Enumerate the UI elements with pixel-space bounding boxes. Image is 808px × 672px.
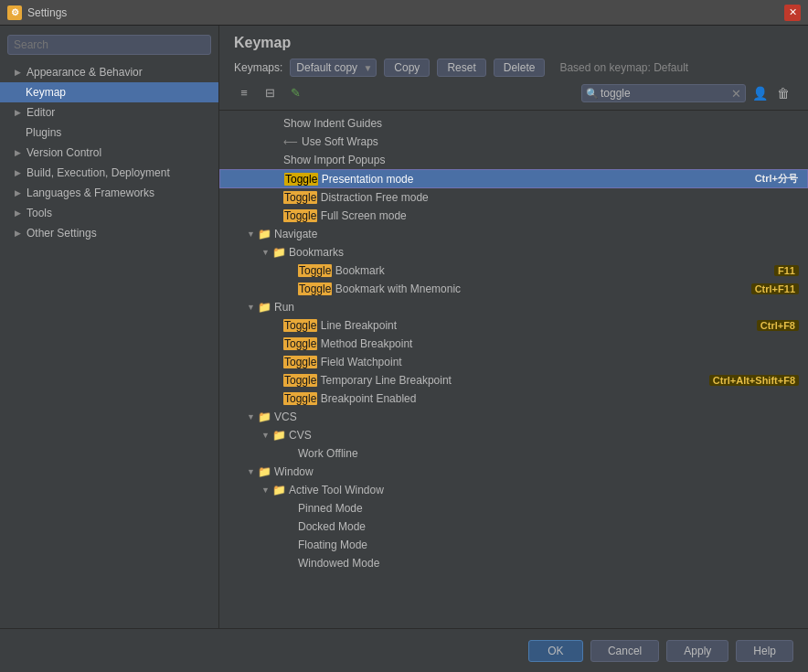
tree-row[interactable]: Toggle Bookmark F11 (219, 261, 808, 280)
tree-item-label: Windowed Mode (298, 557, 799, 570)
tree-row-navigate[interactable]: ▼ 📁 Navigate (219, 225, 808, 243)
tree-row[interactable]: Toggle Method Breakpoint (219, 335, 808, 353)
tree-row[interactable]: Toggle Bookmark with Mnemonic Ctrl+F11 (219, 280, 808, 298)
sidebar-item-build[interactable]: ▶ Build, Execution, Deployment (0, 163, 218, 183)
arrow-icon: ▶ (15, 208, 21, 218)
tree-item-label: Use Soft Wraps (302, 135, 799, 148)
chevron-down-icon: ▼ (261, 248, 271, 257)
tree-item-label: Show Import Popups (283, 154, 799, 166)
tree-row[interactable]: Floating Mode (219, 536, 808, 554)
highlight-toggle: Toggle (283, 319, 317, 332)
sidebar-item-plugins[interactable]: Plugins (0, 123, 218, 143)
search-input[interactable] (581, 84, 746, 102)
folder-icon: 📁 (258, 301, 271, 314)
tree-row[interactable]: Toggle Distraction Free mode (219, 188, 808, 207)
tree-item-label: Window (274, 465, 799, 478)
tree-row[interactable]: Docked Mode (219, 517, 808, 536)
trash-icon[interactable]: 🗑 (773, 83, 793, 103)
highlight-toggle: Toggle (283, 337, 317, 350)
tree-item-label: VCS (274, 411, 799, 423)
ok-button[interactable]: OK (528, 640, 583, 662)
tree-row[interactable]: Toggle Full Screen mode (219, 207, 808, 225)
tree-row[interactable]: Windowed Mode (219, 554, 808, 572)
sidebar-item-tools[interactable]: ▶ Tools (0, 203, 218, 223)
keymaps-label: Keymaps: (234, 61, 282, 74)
tree-item-label: Toggle Bookmark (298, 264, 774, 277)
cancel-button[interactable]: Cancel (590, 640, 659, 662)
sidebar-item-version-control[interactable]: ▶ Version Control (0, 143, 218, 163)
chevron-down-icon: ▼ (247, 467, 256, 476)
tree-item-label: Pinned Mode (298, 502, 799, 515)
chevron-down-icon: ▼ (261, 431, 271, 440)
app-icon: ⚙ (7, 5, 22, 20)
tree-item-label: Toggle Line Breakpoint (283, 319, 757, 332)
sidebar-item-label: Version Control (27, 146, 101, 159)
arrow-icon: ▶ (15, 188, 21, 197)
tree-row-work-offline[interactable]: Work Offline (219, 444, 808, 463)
reset-button[interactable]: Reset (437, 59, 485, 77)
chevron-down-icon: ▼ (247, 412, 256, 421)
shortcut-badge: Ctrl+F11 (751, 283, 799, 294)
help-button[interactable]: Help (736, 640, 793, 662)
highlight-toggle: Toggle (298, 283, 332, 295)
close-button[interactable]: ✕ (784, 5, 801, 21)
tree-row[interactable]: Pinned Mode (219, 499, 808, 517)
tree-item-label: Floating Mode (298, 539, 799, 551)
tree-row-toggle-presentation[interactable]: Toggle Presentation mode Ctrl+分号 (219, 169, 808, 188)
content-area: Keymap Keymaps: Default copy ▼ Copy Rese… (219, 26, 808, 628)
tree-item-label: Run (274, 301, 799, 314)
keymap-tree[interactable]: Show Indent Guides ⟵ Use Soft Wraps Show… (219, 111, 808, 628)
tree-row-bookmarks[interactable]: ▼ 📁 Bookmarks (219, 243, 808, 261)
title-bar: ⚙ Settings ✕ (0, 0, 808, 26)
tree-item-label: Bookmarks (289, 246, 799, 259)
tree-row-run[interactable]: ▼ 📁 Run (219, 298, 808, 316)
tree-row-cvs[interactable]: ▼ 📁 CVS (219, 426, 808, 444)
sidebar-item-label: Languages & Frameworks (27, 187, 154, 199)
tree-row[interactable]: Toggle Field Watchpoint (219, 353, 808, 371)
sidebar-item-label: Other Settings (27, 227, 97, 240)
copy-button[interactable]: Copy (384, 59, 430, 77)
tree-row-active-tool-window[interactable]: ▼ 📁 Active Tool Window (219, 481, 808, 499)
sidebar-search-input[interactable] (7, 35, 211, 55)
tree-row[interactable]: Toggle Line Breakpoint Ctrl+F8 (219, 316, 808, 335)
folder-icon: 📁 (258, 465, 271, 478)
apply-button[interactable]: Apply (666, 640, 728, 662)
sidebar-item-other-settings[interactable]: ▶ Other Settings (0, 223, 218, 243)
bottom-bar: OK Cancel Apply Help (0, 628, 808, 672)
keymap-toolbar: Keymaps: Default copy ▼ Copy Reset Delet… (234, 59, 793, 77)
highlight-toggle: Toggle (283, 209, 317, 222)
window-title: Settings (27, 6, 779, 19)
tree-row[interactable]: Show Import Popups (219, 151, 808, 169)
sidebar-item-label: Build, Execution, Deployment (27, 166, 170, 179)
tree-row[interactable]: ⟵ Use Soft Wraps (219, 133, 808, 151)
sidebar-item-editor[interactable]: ▶ Editor (0, 102, 218, 123)
collapse-all-icon[interactable]: ⊟ (260, 82, 280, 102)
folder-icon: 📁 (258, 228, 271, 240)
tree-row[interactable]: Toggle Temporary Line Breakpoint Ctrl+Al… (219, 371, 808, 389)
user-icon[interactable]: 👤 (750, 83, 770, 103)
delete-button[interactable]: Delete (494, 59, 546, 77)
folder-icon: 📁 (272, 429, 286, 442)
page-title: Keymap (234, 35, 793, 51)
add-shortcut-icon[interactable]: ✎ (285, 82, 305, 102)
folder-icon: 📁 (272, 484, 286, 496)
keymap-select-wrapper[interactable]: Default copy ▼ (290, 59, 377, 77)
highlight-toggle: Toggle (298, 264, 332, 277)
tree-row-vcs[interactable]: ▼ 📁 VCS (219, 408, 808, 426)
based-on-label: Based on keymap: Default (559, 61, 688, 74)
icon-search-row: ≡ ⊟ ✎ 🔍 ✕ 👤 🗑 (234, 82, 793, 104)
tree-row[interactable]: Toggle Breakpoint Enabled (219, 389, 808, 408)
tree-item-label: Work Offline (298, 447, 799, 460)
tree-row-window[interactable]: ▼ 📁 Window (219, 463, 808, 481)
keymap-select[interactable]: Default copy (290, 59, 377, 77)
expand-all-icon[interactable]: ≡ (234, 82, 254, 102)
tree-item-label: Toggle Full Screen mode (283, 209, 799, 222)
tree-item-label: Toggle Temporary Line Breakpoint (283, 374, 709, 387)
sidebar-item-appearance[interactable]: ▶ Appearance & Behavior (0, 62, 218, 82)
sidebar-item-languages[interactable]: ▶ Languages & Frameworks (0, 183, 218, 203)
sidebar-item-keymap[interactable]: Keymap (0, 82, 218, 102)
shortcut-badge: Ctrl+F8 (757, 320, 799, 331)
tree-row[interactable]: Show Indent Guides (219, 114, 808, 133)
clear-search-icon[interactable]: ✕ (731, 87, 741, 101)
icon-toolbar: ≡ ⊟ ✎ (234, 82, 305, 102)
